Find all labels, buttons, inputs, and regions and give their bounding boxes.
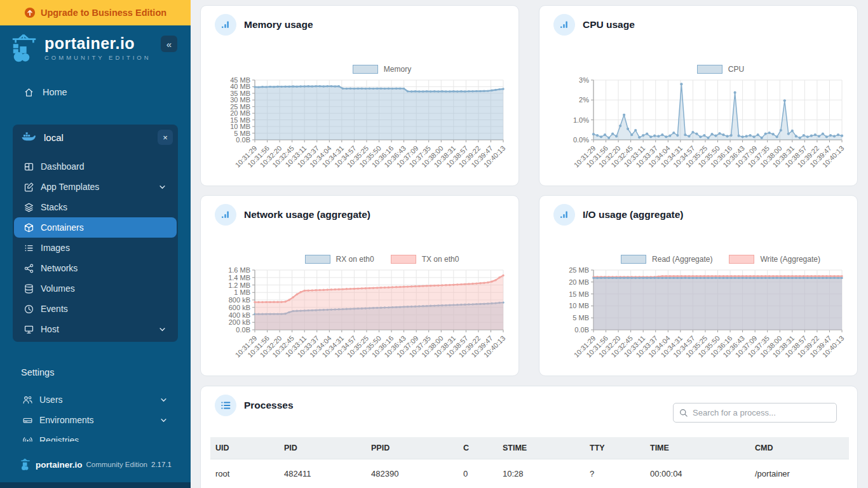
- card-title: I/O usage (aggregate): [583, 209, 683, 220]
- sidebar-item-stacks[interactable]: Stacks: [14, 197, 177, 217]
- home-icon: [24, 87, 34, 98]
- legend-item: Memory: [353, 65, 411, 74]
- svg-text:0.0B: 0.0B: [574, 326, 589, 334]
- cpu-usage-chart: 10:31:2910:31:5610:32:2010:32:4510:33:11…: [539, 75, 857, 182]
- column-header-tty: TTY: [585, 437, 645, 459]
- svg-text:200 kB: 200 kB: [229, 318, 250, 326]
- sidebar-item-networks[interactable]: Networks: [14, 258, 177, 278]
- logo-subtitle: COMMUNITY EDITION: [44, 54, 151, 61]
- svg-text:45 MB: 45 MB: [230, 76, 250, 84]
- sidebar-item-containers[interactable]: Containers: [14, 217, 177, 238]
- footer-version: 2.17.1: [151, 461, 172, 468]
- upgrade-banner[interactable]: Upgrade to Business Edition: [0, 0, 191, 25]
- docker-whale-icon: [21, 132, 36, 143]
- sidebar-item-label: Users: [39, 395, 152, 405]
- layers-icon: [24, 202, 34, 213]
- environment-block: local × Dashboard: [13, 125, 178, 342]
- sidebar-item-volumes[interactable]: Volumes: [14, 278, 177, 299]
- logo[interactable]: portainer.io COMMUNITY EDITION: [10, 33, 151, 62]
- svg-text:0.0%: 0.0%: [573, 136, 589, 144]
- chevron-down-icon: [157, 324, 168, 335]
- svg-text:10 MB: 10 MB: [569, 302, 589, 309]
- svg-text:5 MB: 5 MB: [573, 314, 589, 322]
- legend-label: TX on eth0: [422, 255, 459, 264]
- chevron-down-icon: [158, 395, 169, 405]
- legend-swatch: [729, 255, 754, 264]
- legend-item: CPU: [697, 65, 744, 74]
- svg-text:0.0B: 0.0B: [236, 136, 250, 144]
- sidebar-item-label: App Templates: [41, 182, 151, 192]
- svg-text:1 MB: 1 MB: [234, 288, 250, 296]
- sidebar-item-dashboard[interactable]: Dashboard: [14, 156, 177, 177]
- svg-text:1.4 MB: 1.4 MB: [228, 274, 250, 281]
- card-title: Memory usage: [244, 19, 313, 30]
- sidebar-item-host[interactable]: Host: [14, 319, 177, 339]
- sidebar-item-app-templates[interactable]: App Templates: [14, 177, 177, 197]
- clock-icon: [24, 304, 34, 315]
- svg-text:10 MB: 10 MB: [230, 123, 250, 130]
- column-header-pid: PID: [279, 437, 366, 459]
- upgrade-banner-label: Upgrade to Business Edition: [41, 8, 166, 18]
- legend-label: Write (Aggregate): [760, 255, 820, 264]
- legend-swatch: [305, 255, 330, 264]
- chart-legend: Read (Aggregate)Write (Aggregate): [593, 255, 848, 264]
- environment-close-button[interactable]: ×: [158, 130, 173, 145]
- sidebar-item-label: Host: [41, 324, 151, 334]
- sidebar-item-users[interactable]: Users: [13, 390, 178, 410]
- network-usage-chart: 10:31:2910:31:5610:32:2010:32:4510:33:11…: [201, 265, 519, 372]
- legend-swatch: [391, 255, 416, 264]
- footer-edition: Community Edition: [86, 461, 148, 468]
- edit-icon: [24, 182, 34, 193]
- sidebar-collapse-button[interactable]: «: [161, 36, 177, 52]
- environment-header[interactable]: local ×: [13, 125, 178, 150]
- column-header-ppid: PPID: [366, 437, 458, 459]
- search-input[interactable]: [673, 403, 837, 423]
- svg-text:1.6 MB: 1.6 MB: [228, 266, 250, 274]
- sidebar-item-label: Networks: [41, 263, 168, 273]
- search-icon: [679, 408, 688, 417]
- sidebar-item-label: Containers: [41, 222, 168, 233]
- chart-legend: Memory: [255, 65, 509, 74]
- bar-chart-icon: [553, 14, 575, 36]
- svg-text:35 MB: 35 MB: [230, 90, 250, 97]
- database-icon: [24, 283, 34, 294]
- cell-cmd: /portainer: [750, 459, 849, 488]
- chart-legend: RX on eth0TX on eth0: [255, 255, 509, 264]
- legend-label: CPU: [728, 65, 744, 74]
- sidebar-item-home[interactable]: Home: [13, 81, 178, 103]
- sidebar: portainer.io COMMUNITY EDITION « Home lo…: [0, 25, 191, 488]
- sidebar-item-label: Events: [41, 304, 168, 314]
- svg-text:0.0B: 0.0B: [236, 326, 250, 334]
- legend-swatch: [621, 255, 646, 264]
- sidebar-item-label: Dashboard: [41, 161, 168, 172]
- network-usage-card: Network usage (aggregate) RX on eth0TX o…: [200, 195, 519, 376]
- dashboard-icon: [24, 161, 34, 172]
- table-row: root 482411 482390 0 10:28 ? 00:00:04 /p…: [210, 459, 849, 488]
- svg-text:15 MB: 15 MB: [569, 290, 589, 298]
- svg-text:20 MB: 20 MB: [230, 109, 250, 117]
- column-header-uid: UID: [210, 437, 279, 459]
- network-icon: [24, 263, 34, 274]
- sidebar-item-images[interactable]: Images: [14, 238, 177, 258]
- svg-text:3%: 3%: [579, 76, 589, 84]
- left-column: Upgrade to Business Edition portainer.io…: [0, 0, 191, 488]
- bar-chart-icon: [215, 204, 236, 226]
- legend-swatch: [697, 65, 722, 74]
- close-icon: ×: [163, 133, 168, 142]
- sidebar-item-environments[interactable]: Environments: [13, 410, 178, 430]
- legend-label: Memory: [384, 65, 411, 74]
- users-icon: [22, 395, 33, 405]
- cell-pid: 482411: [279, 459, 366, 488]
- legend-swatch: [353, 65, 378, 74]
- column-header-c: C: [458, 437, 498, 459]
- memory-usage-chart: 10:31:2910:31:5610:32:2010:32:4510:33:11…: [201, 75, 519, 182]
- legend-label: Read (Aggregate): [652, 255, 712, 264]
- svg-text:5 MB: 5 MB: [234, 130, 250, 137]
- sidebar-item-events[interactable]: Events: [14, 299, 177, 319]
- svg-text:400 kB: 400 kB: [229, 311, 250, 319]
- svg-text:600 kB: 600 kB: [229, 304, 250, 311]
- legend-item: Read (Aggregate): [621, 255, 712, 264]
- main-content: Memory usage Memory 10:31:2910:31:5610:3…: [191, 0, 868, 488]
- column-header-cmd: CMD: [750, 437, 849, 459]
- portainer-logo-icon: [10, 33, 39, 62]
